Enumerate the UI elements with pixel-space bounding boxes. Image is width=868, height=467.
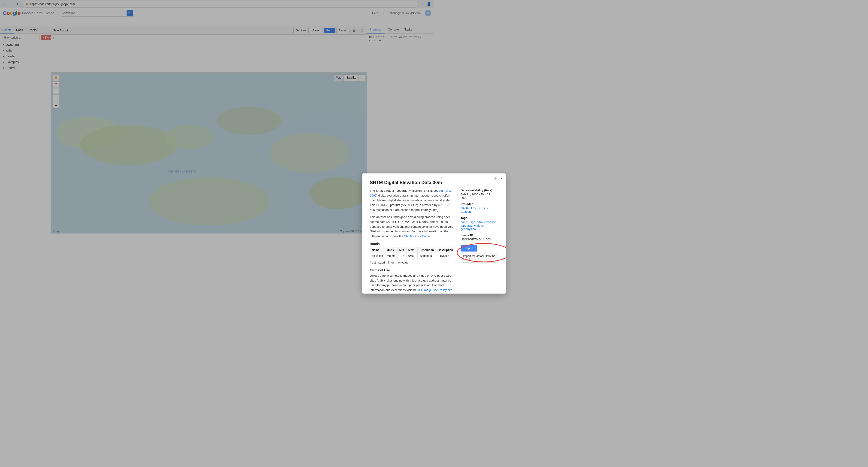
modal-overlay[interactable]: ⤢ × SRTM Digital Elevation Data 30m The … bbox=[0, 0, 434, 234]
modal-description-2: This dataset has undergone a void-fillin… bbox=[370, 215, 434, 234]
modal-description-1: The Shuttle Radar Topography Mission (SR… bbox=[370, 188, 434, 213]
modal-left-col: The Shuttle Radar Topography Mission (SR… bbox=[370, 188, 434, 234]
modal-body: The Shuttle Radar Topography Mission (SR… bbox=[370, 188, 434, 234]
modal-title: SRTM Digital Elevation Data 30m bbox=[370, 180, 434, 185]
dataset-modal: ⤢ × SRTM Digital Elevation Data 30m The … bbox=[363, 174, 434, 234]
